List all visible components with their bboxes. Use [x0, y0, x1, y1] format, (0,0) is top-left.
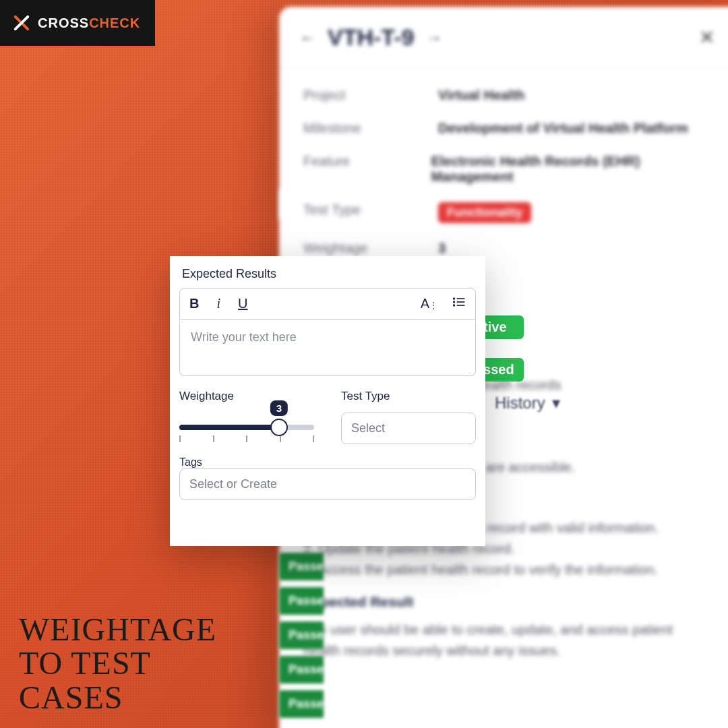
expected-text: The user should be able to create, updat…: [303, 619, 710, 661]
svg-point-5: [454, 305, 455, 306]
rich-text-toolbar: B i U A⋮: [179, 288, 476, 320]
meta-key: Weightage: [303, 241, 438, 256]
weightage-slider[interactable]: 3: [179, 413, 314, 442]
tags-label: Tags: [179, 456, 476, 468]
expected-heading: Expected Result: [303, 591, 710, 613]
bold-button[interactable]: B: [189, 296, 199, 311]
marketing-caption: WEIGHTAGE TO TEST CASES: [19, 613, 216, 715]
meta-key: Project: [303, 88, 438, 103]
underline-button[interactable]: U: [238, 296, 247, 311]
history-row: History ▾ ⋮: [495, 394, 728, 413]
fontsize-button[interactable]: A⋮: [421, 296, 437, 311]
test-id: VTH-T-9: [328, 24, 414, 51]
slider-ticks: [179, 435, 314, 442]
passed-pill: Passe: [279, 587, 324, 615]
weightage-label: Weightage: [179, 390, 314, 403]
passed-strip: Passe Passe Passe Passe Passe: [279, 553, 324, 725]
slider-value-bubble: 3: [270, 400, 288, 416]
meta-value: 3: [438, 241, 446, 256]
caption-line-1: WEIGHTAGE: [19, 613, 216, 646]
next-arrow-icon[interactable]: →: [426, 28, 442, 47]
meta-value: Development of Virtual Health Platform: [438, 121, 688, 136]
expected-results-label: Expected Results: [182, 267, 473, 281]
meta-value: Virtual Health: [438, 88, 525, 103]
testtype-badge: Functionality: [438, 202, 531, 223]
passed-pill: Passe: [279, 621, 324, 649]
passed-pill: Passe: [279, 656, 324, 684]
tags-placeholder: Select or Create: [189, 477, 277, 491]
panel-header: ← VTH-T-9 → ✕: [279, 7, 728, 67]
slider-track[interactable]: [179, 425, 314, 430]
testtype-label: Test Type: [341, 390, 476, 403]
meta-key: Feature: [303, 154, 431, 185]
meta-key: Test Type: [303, 202, 438, 223]
passed-pill: Passe: [279, 690, 324, 718]
list-button[interactable]: [452, 295, 466, 312]
step-3: 3. Access the patient health record to v…: [303, 559, 710, 580]
slider-thumb[interactable]: [270, 419, 288, 436]
testtype-placeholder: Select: [351, 421, 385, 435]
caption-line-2: TO TEST: [19, 646, 216, 680]
meta-key: Milestone: [303, 121, 438, 136]
svg-point-4: [454, 301, 455, 303]
history-label[interactable]: History: [495, 394, 545, 413]
brand-text-1: CROSS: [38, 16, 89, 30]
close-icon[interactable]: ✕: [699, 26, 715, 49]
testtype-select[interactable]: Select: [341, 413, 476, 444]
brand-text-2: CHECK: [89, 16, 140, 30]
brand-text: CROSSCHECK: [38, 16, 140, 31]
chevron-down-icon[interactable]: ▾: [552, 394, 560, 413]
brand-bar: CROSSCHECK: [0, 0, 155, 46]
editor-popout: Expected Results B i U A⋮ Write your tex…: [170, 256, 485, 546]
passed-pill: Passe: [279, 553, 324, 580]
caption-line-3: CASES: [19, 681, 216, 715]
italic-button[interactable]: i: [216, 296, 220, 311]
meta-value: Electronic Health Records (EHR) Manageme…: [431, 154, 710, 185]
prev-arrow-icon[interactable]: ←: [299, 28, 315, 47]
brand-x-icon: [12, 13, 31, 32]
slider-fill: [179, 425, 279, 430]
expected-results-input[interactable]: Write your text here: [179, 320, 476, 376]
svg-point-3: [454, 298, 455, 299]
tags-input[interactable]: Select or Create: [179, 468, 476, 500]
